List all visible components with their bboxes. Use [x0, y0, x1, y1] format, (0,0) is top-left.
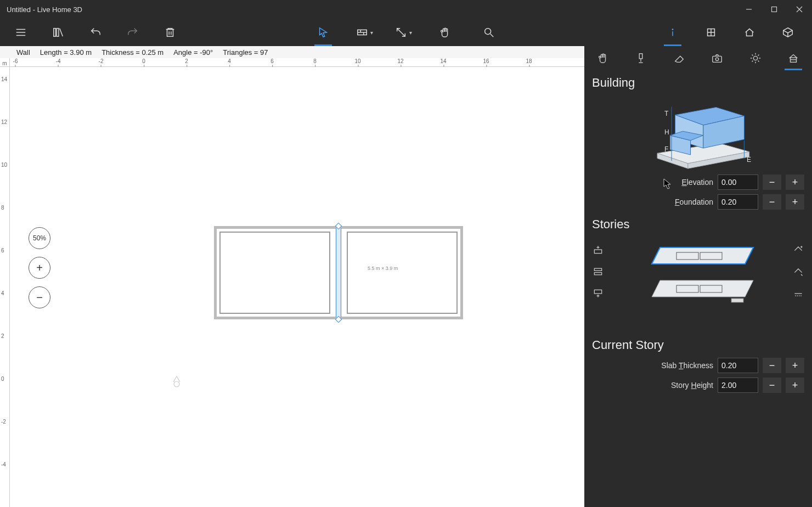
svg-marker-59 [652, 247, 753, 264]
svg-line-35 [752, 55, 753, 56]
redo-button[interactable] [122, 19, 144, 46]
object-properties-tab[interactable] [592, 46, 614, 70]
ruler-h-tick: 14 [440, 58, 446, 64]
svg-line-17 [397, 29, 405, 37]
status-angle: Angle = -90° [173, 48, 213, 57]
svg-rect-54 [594, 268, 601, 271]
materials-tab[interactable] [630, 46, 652, 70]
svg-rect-1 [772, 7, 777, 12]
library-button[interactable] [47, 19, 69, 46]
dimension-tool-dropdown[interactable]: ▾ [395, 19, 412, 46]
room-right[interactable] [347, 232, 458, 314]
diagram-E: E [747, 156, 751, 164]
inspector-info-tab[interactable] [662, 19, 684, 46]
ruler-h-tick: 8 [313, 58, 317, 64]
story-height-label: Story Height [592, 381, 713, 390]
menu-button[interactable] [10, 19, 32, 46]
elevation-increment[interactable]: + [786, 174, 804, 190]
wall-tool-dropdown[interactable]: ▾ [356, 19, 373, 46]
ruler-h-tick: -6 [13, 58, 18, 64]
ruler-horizontal: -6-4-2024681012141618 [10, 58, 584, 67]
ruler-v-tick: 12 [1, 119, 7, 125]
stories-row [584, 235, 812, 322]
selected-wall[interactable] [336, 228, 341, 317]
ruler-h-tick: 12 [397, 58, 403, 64]
story-height-increment[interactable]: + [786, 378, 804, 393]
add-story-above-button[interactable] [592, 244, 604, 256]
zoom-controls: 50% + − [29, 227, 50, 308]
diagram-F: F [664, 145, 668, 153]
diagram-T: T [664, 110, 669, 117]
svg-rect-27 [640, 54, 643, 59]
svg-marker-62 [652, 280, 753, 297]
camera-marker[interactable] [170, 374, 183, 393]
status-thickness: Thickness = 0.25 m [101, 48, 163, 57]
add-roof-button[interactable] [792, 244, 804, 256]
workspace: Wall Length = 3.90 m Thickness = 0.25 m … [0, 46, 584, 507]
roof-settings-button[interactable] [792, 266, 804, 278]
svg-rect-56 [594, 290, 601, 294]
ruler-h-tick: 2 [185, 58, 188, 64]
svg-rect-7 [54, 29, 56, 37]
elevation-decrement[interactable]: − [763, 174, 781, 190]
inspector-2d-tab[interactable] [700, 19, 722, 46]
ground-toggle-button[interactable] [792, 288, 804, 300]
story-height-row: Story Height − + [584, 375, 812, 395]
ruler-v-tick: -2 [1, 419, 6, 425]
window-controls [736, 0, 812, 19]
story-height-input[interactable] [718, 378, 758, 393]
main-toolbar: ▾ ▾ [0, 19, 812, 46]
window-title: Untitled - Live Home 3D [7, 5, 82, 14]
svg-point-26 [174, 381, 179, 387]
select-tool[interactable] [312, 19, 334, 46]
ruler-v-tick: -4 [1, 461, 6, 467]
story-height-decrement[interactable]: − [763, 378, 781, 393]
ruler-h-tick: 6 [270, 58, 274, 64]
canvas-2d[interactable]: 50% + − 5.5 m × 3.9 m [10, 67, 584, 507]
elevation-label: Elevation [592, 178, 713, 187]
elevation-input[interactable] [718, 174, 758, 190]
manage-stories-button[interactable] [592, 266, 604, 278]
slab-thickness-row: Slab Thickness − + [584, 356, 812, 375]
eraser-tab[interactable] [668, 46, 690, 70]
camera-tab[interactable] [706, 46, 728, 70]
stories-preview[interactable] [608, 239, 788, 322]
add-story-below-button[interactable] [592, 288, 604, 300]
slab-thickness-increment[interactable]: + [786, 358, 804, 373]
svg-rect-65 [731, 298, 743, 302]
delete-button[interactable] [159, 19, 181, 46]
floor-plan[interactable]: 5.5 m × 3.9 m [214, 226, 463, 319]
ruler-v-tick: 0 [1, 376, 4, 382]
ruler-h-tick: 10 [354, 58, 360, 64]
svg-point-18 [485, 29, 491, 35]
building-tab[interactable] [782, 46, 804, 70]
minimize-button[interactable] [736, 0, 762, 19]
inspector-3d-tab[interactable] [777, 19, 799, 46]
zoom-in-button[interactable]: + [29, 257, 50, 279]
zoom-out-button[interactable]: − [29, 286, 50, 308]
undo-button[interactable] [84, 19, 106, 46]
foundation-row: Foundation − + [584, 192, 812, 212]
pan-tool[interactable] [434, 19, 456, 46]
status-bar: Wall Length = 3.90 m Thickness = 0.25 m … [0, 46, 584, 58]
zoom-tool[interactable] [478, 19, 500, 46]
ruler-h-tick: 18 [526, 58, 532, 64]
close-button[interactable] [787, 0, 812, 19]
lighting-tab[interactable] [745, 46, 766, 70]
zoom-percent-button[interactable]: 50% [29, 227, 50, 249]
maximize-button[interactable] [762, 0, 787, 19]
foundation-decrement[interactable]: − [763, 194, 781, 210]
room-left[interactable] [219, 232, 330, 314]
inspector-house-tab[interactable] [738, 19, 760, 46]
foundation-input[interactable] [718, 194, 758, 210]
svg-rect-28 [713, 56, 722, 62]
elevation-row: Elevation − + [584, 172, 812, 192]
building-diagram: T H F E [584, 93, 812, 172]
svg-point-30 [753, 56, 757, 60]
foundation-increment[interactable]: + [786, 194, 804, 210]
slab-thickness-decrement[interactable]: − [763, 358, 781, 373]
foundation-label: Foundation [592, 198, 713, 206]
ruler-h-tick: 4 [228, 58, 231, 64]
slab-thickness-input[interactable] [718, 358, 758, 373]
ruler-v-tick: 6 [1, 247, 4, 254]
